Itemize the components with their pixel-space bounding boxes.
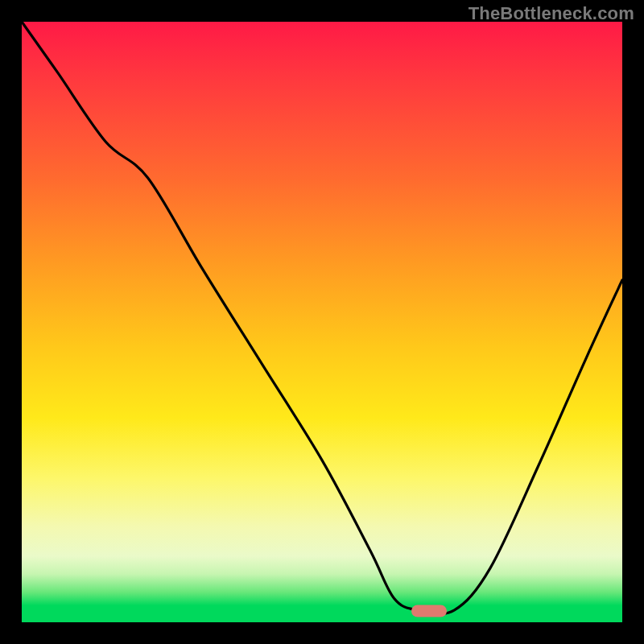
plot-area (22, 22, 622, 622)
bottleneck-curve (22, 22, 622, 622)
optimum-marker (411, 605, 447, 617)
chart-frame: TheBottleneck.com (0, 0, 644, 644)
